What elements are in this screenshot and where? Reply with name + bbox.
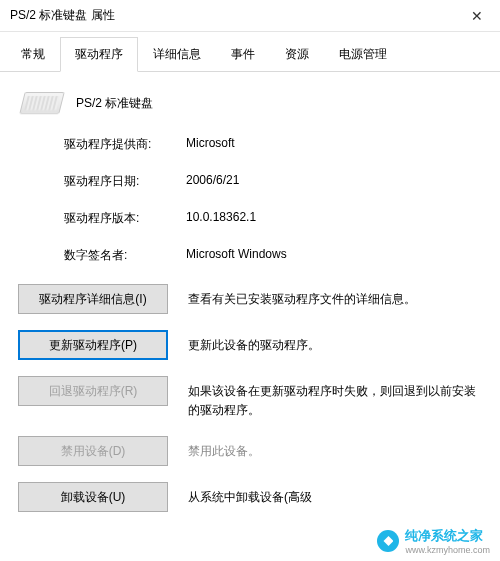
provider-value: Microsoft [186,136,235,153]
action-row-details: 驱动程序详细信息(I) 查看有关已安装驱动程序文件的详细信息。 [18,284,482,314]
tab-power[interactable]: 电源管理 [324,37,402,72]
tab-driver[interactable]: 驱动程序 [60,37,138,72]
signer-value: Microsoft Windows [186,247,287,264]
tab-general[interactable]: 常规 [6,37,60,72]
close-button[interactable]: ✕ [454,0,500,32]
driver-info: 驱动程序提供商: Microsoft 驱动程序日期: 2006/6/21 驱动程… [64,136,482,264]
uninstall-device-desc: 从系统中卸载设备(高级 [188,482,482,507]
tab-content: PS/2 标准键盘 驱动程序提供商: Microsoft 驱动程序日期: 200… [0,72,500,512]
info-row-version: 驱动程序版本: 10.0.18362.1 [64,210,482,227]
info-row-provider: 驱动程序提供商: Microsoft [64,136,482,153]
update-driver-desc: 更新此设备的驱动程序。 [188,330,482,355]
date-label: 驱动程序日期: [64,173,186,190]
driver-actions: 驱动程序详细信息(I) 查看有关已安装驱动程序文件的详细信息。 更新驱动程序(P… [18,284,482,512]
device-name: PS/2 标准键盘 [76,95,153,112]
watermark-logo-icon [377,530,399,552]
watermark-text: 纯净系统之家 [405,528,483,543]
watermark-url: www.kzmyhome.com [405,545,490,555]
info-row-signer: 数字签名者: Microsoft Windows [64,247,482,264]
driver-details-button[interactable]: 驱动程序详细信息(I) [18,284,168,314]
tab-resources[interactable]: 资源 [270,37,324,72]
version-label: 驱动程序版本: [64,210,186,227]
tab-events[interactable]: 事件 [216,37,270,72]
window-title: PS/2 标准键盘 属性 [10,7,454,24]
update-driver-button[interactable]: 更新驱动程序(P) [18,330,168,360]
rollback-driver-desc: 如果该设备在更新驱动程序时失败，则回退到以前安装的驱动程序。 [188,376,482,420]
action-row-uninstall: 卸载设备(U) 从系统中卸载设备(高级 [18,482,482,512]
tab-details[interactable]: 详细信息 [138,37,216,72]
watermark-text-block: 纯净系统之家 www.kzmyhome.com [405,527,490,555]
action-row-disable: 禁用设备(D) 禁用此设备。 [18,436,482,466]
disable-device-button: 禁用设备(D) [18,436,168,466]
device-header: PS/2 标准键盘 [22,92,482,114]
date-value: 2006/6/21 [186,173,239,190]
info-row-date: 驱动程序日期: 2006/6/21 [64,173,482,190]
keyboard-icon [19,92,64,114]
close-icon: ✕ [471,8,483,24]
rollback-driver-button: 回退驱动程序(R) [18,376,168,406]
signer-label: 数字签名者: [64,247,186,264]
uninstall-device-button[interactable]: 卸载设备(U) [18,482,168,512]
titlebar: PS/2 标准键盘 属性 ✕ [0,0,500,32]
action-row-update: 更新驱动程序(P) 更新此设备的驱动程序。 [18,330,482,360]
version-value: 10.0.18362.1 [186,210,256,227]
provider-label: 驱动程序提供商: [64,136,186,153]
action-row-rollback: 回退驱动程序(R) 如果该设备在更新驱动程序时失败，则回退到以前安装的驱动程序。 [18,376,482,420]
watermark: 纯净系统之家 www.kzmyhome.com [373,525,494,557]
tab-bar: 常规 驱动程序 详细信息 事件 资源 电源管理 [0,36,500,72]
disable-device-desc: 禁用此设备。 [188,436,482,461]
driver-details-desc: 查看有关已安装驱动程序文件的详细信息。 [188,284,482,309]
